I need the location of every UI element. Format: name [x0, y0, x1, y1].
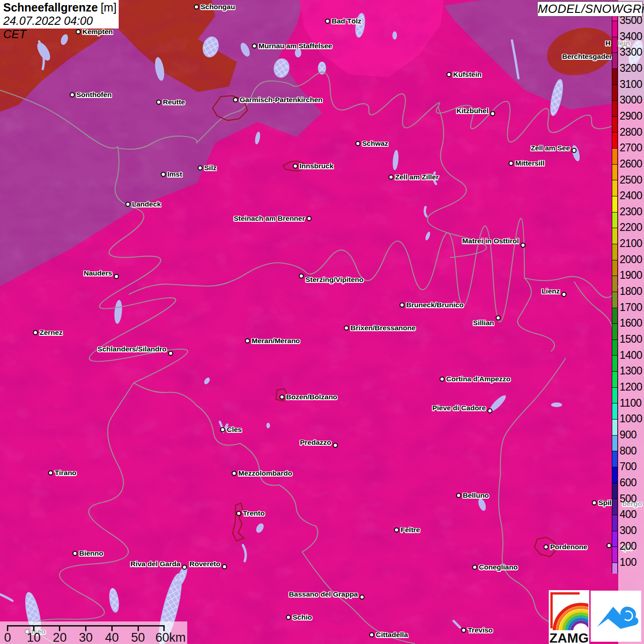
- city-label: Schio: [293, 613, 312, 621]
- city-dot: [394, 528, 399, 533]
- city-dot: [488, 408, 493, 414]
- colorbar-tick-label: 1500: [620, 333, 642, 345]
- city-dot: [356, 141, 361, 146]
- city-label: Zernez: [40, 328, 63, 337]
- city-dot: [73, 551, 78, 556]
- city-dot: [400, 303, 405, 308]
- city-label: Sonthofen: [76, 90, 112, 99]
- city-label: Nauders: [84, 269, 112, 277]
- colorbar-segment: [612, 531, 617, 547]
- colorbar-segment: [612, 116, 617, 132]
- city-dot: [360, 595, 365, 600]
- city-label: Schongau: [201, 2, 235, 11]
- colorbar-tick-label: 2700: [620, 142, 642, 154]
- colorbar-segment: [612, 180, 617, 196]
- colorbar-segment: [612, 21, 617, 37]
- city-label: H: [605, 39, 610, 47]
- colorbar-tick-label: 600: [620, 477, 637, 489]
- distance-scalebar: 0102030405060km: [0, 621, 187, 644]
- city-label: Feltre: [401, 525, 420, 534]
- city-dot: [220, 427, 225, 432]
- city-dot: [236, 511, 242, 516]
- city-dot: [33, 330, 38, 335]
- city-label: Sterzing/Vipiteno: [305, 275, 363, 284]
- scalebar-label: 40: [105, 631, 119, 644]
- city-dot: [222, 564, 227, 569]
- city-dot: [252, 44, 257, 49]
- city-dot: [572, 148, 577, 153]
- city-label: Pieve di Cadore: [432, 403, 486, 412]
- colorbar-segment: [612, 339, 617, 356]
- city-label: Landeck: [132, 200, 161, 208]
- colorbar-segment: [612, 419, 617, 435]
- city-dot: [299, 274, 304, 279]
- city-label: Cittadella: [376, 630, 408, 639]
- city-label: Kitzbühel: [456, 106, 489, 115]
- city-dot: [126, 202, 131, 207]
- city-dot: [389, 175, 394, 180]
- city-dot: [156, 100, 161, 105]
- city-dot: [544, 545, 549, 550]
- city-label: Zell am See: [531, 144, 570, 152]
- city-dot: [245, 339, 250, 344]
- city-label: Brixen/Bressanone: [351, 323, 415, 332]
- city-label: Mittersill: [515, 159, 545, 167]
- colorbar-tick-label: 3100: [620, 78, 642, 90]
- city-label: Predazzo: [300, 438, 331, 447]
- city-dot: [325, 19, 330, 24]
- colorbar-segment: [612, 292, 617, 308]
- colorbar-tick-label: 400: [620, 508, 637, 520]
- city-dot: [592, 500, 597, 506]
- title-unit: [m]: [101, 1, 117, 14]
- city-dot: [521, 243, 526, 248]
- city-dot: [369, 632, 374, 638]
- colorbar-segment: [612, 132, 617, 148]
- city-dot: [333, 443, 338, 448]
- colorbar-tick-label: 300: [620, 524, 637, 536]
- colorbar-tick-label: 2300: [620, 206, 642, 218]
- colorbar-segment: [612, 483, 617, 499]
- colorbar-segment: [612, 244, 617, 260]
- city-dot: [307, 216, 312, 221]
- colorbar-segment: [612, 260, 617, 276]
- scalebar-label: 50: [131, 631, 145, 644]
- colorbar-tick-label: 2600: [620, 158, 642, 170]
- colorbar-tick-label: 1800: [620, 285, 642, 297]
- city-label: Bienno: [79, 549, 104, 558]
- city-dot: [440, 377, 445, 382]
- colorbar-segment: [612, 100, 617, 116]
- city-label: Sillian: [473, 318, 494, 327]
- city-label: Steinach am Brenner: [234, 214, 305, 223]
- city-label: Matrei in Osttirol: [462, 236, 519, 245]
- colorbar-segment: [612, 196, 617, 212]
- city-label: Bruneck/Brunico: [406, 300, 464, 309]
- city-label: Belluno: [463, 491, 489, 500]
- city-dot: [232, 471, 237, 476]
- colorbar-segment: [612, 355, 617, 371]
- city-label: Berchtesgaden: [562, 52, 614, 61]
- colorbar-tick-label: 3200: [620, 62, 642, 74]
- colorbar-segment: [612, 499, 617, 515]
- city-label: Murnau am Staffelsee: [259, 41, 332, 50]
- colorbar-segment: [612, 228, 617, 244]
- city-dot: [344, 326, 349, 331]
- colorbar-segment: [612, 387, 617, 403]
- scalebar-label: 20: [53, 631, 67, 644]
- colorbar-tick-label: 2500: [620, 174, 642, 186]
- city-label: Trento: [243, 509, 264, 518]
- colorbar-tick-label: 2100: [620, 237, 642, 249]
- city-dot: [198, 166, 203, 171]
- colorbar-segment: [612, 451, 617, 467]
- city-label: Silz: [204, 163, 217, 172]
- colorbar-segment: [612, 515, 617, 531]
- city-dot: [48, 471, 53, 476]
- scalebar-label: 60km: [155, 631, 186, 644]
- city-dot: [280, 395, 285, 400]
- elevation-colorbar: [612, 14, 618, 573]
- colorbar-segment: [612, 164, 617, 180]
- colorbar-tick-label: 2000: [620, 253, 642, 265]
- colorbar-tick-label: 1900: [620, 269, 642, 281]
- city-dot: [456, 493, 461, 498]
- colorbar-tick-label: 1600: [620, 317, 642, 329]
- city-dot: [168, 351, 173, 356]
